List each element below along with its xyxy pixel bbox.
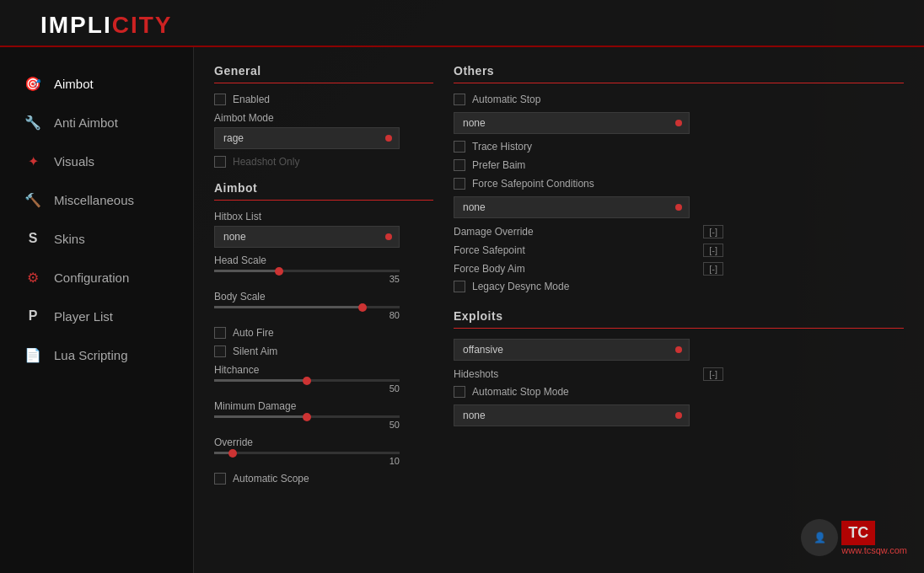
offensive-value: offansive — [463, 344, 503, 356]
header: IMPLICITY — [0, 0, 924, 47]
force-safepoint-conditions-row: Force Safepoint Conditions — [454, 178, 904, 190]
general-section: General Enabled Aimbot Mode rage — [214, 64, 433, 168]
sidebar-item-player-list[interactable]: P Player List — [0, 297, 193, 335]
trace-history-row: Trace History — [454, 141, 904, 153]
body-scale-fill — [214, 306, 363, 308]
lua-scripting-icon: 📄 — [24, 345, 42, 364]
sidebar-item-miscellaneous[interactable]: 🔨 Miscellaneous — [0, 180, 193, 219]
sidebar-item-aimbot[interactable]: 🎯 Aimbot — [0, 64, 193, 103]
enabled-row: Enabled — [214, 94, 433, 105]
force-safepoint-conditions-dropdown[interactable]: none — [454, 196, 690, 218]
auto-fire-label: Auto Fire — [233, 327, 274, 339]
hitbox-list-value: none — [223, 231, 246, 243]
body-scale-value: 80 — [214, 310, 400, 320]
automatic-scope-label: Automatic Scope — [233, 473, 309, 485]
auto-fire-checkbox[interactable] — [214, 327, 226, 339]
exploits-section: Exploits offansive Hideshots [-] — [454, 309, 904, 426]
force-safepoint-conditions-value: none — [463, 201, 486, 213]
override-track[interactable] — [214, 452, 400, 454]
misc-icon: 🔨 — [24, 190, 42, 209]
sidebar-label-skins: Skins — [54, 232, 85, 246]
force-safepoint-row: Force Safepoint [-] — [454, 244, 723, 257]
prefer-baim-label: Prefer Baim — [472, 159, 525, 171]
headshot-only-label: Headshot Only — [233, 156, 299, 168]
hitchance-thumb[interactable] — [303, 377, 311, 385]
sidebar-item-anti-aimbot[interactable]: 🔧 Anti Aimbot — [0, 103, 193, 142]
minimum-damage-thumb[interactable] — [303, 413, 311, 421]
left-column: General Enabled Aimbot Mode rage — [214, 64, 433, 556]
watermark-badge: TC — [841, 521, 875, 545]
hitbox-list-dropdown[interactable]: none — [214, 226, 400, 248]
automatic-scope-checkbox[interactable] — [214, 473, 226, 485]
headshot-only-checkbox[interactable] — [214, 156, 226, 168]
body-scale-track[interactable] — [214, 306, 400, 308]
legacy-desync-row: Legacy Desync Mode — [454, 281, 904, 292]
aimbot-mode-value: rage — [223, 132, 244, 144]
force-safepoint-conditions-checkbox[interactable] — [454, 178, 465, 190]
watermark: 👤 TC www.tcsqw.com — [801, 519, 907, 556]
sidebar-label-miscellaneous: Miscellaneous — [54, 193, 134, 207]
sidebar-label-configuration: Configuration — [54, 270, 129, 285]
offensive-dropdown-row: offansive — [454, 339, 904, 361]
override-label: Override — [214, 436, 433, 448]
aimbot-section-divider — [214, 200, 433, 201]
sidebar-item-skins[interactable]: S Skins — [0, 219, 193, 258]
override-thumb[interactable] — [228, 449, 237, 458]
body-scale-label: Body Scale — [214, 291, 433, 303]
damage-override-key[interactable]: [-] — [703, 225, 723, 238]
automatic-stop-mode-checkbox[interactable] — [454, 386, 465, 398]
sidebar-label-player-list: Player List — [54, 309, 113, 324]
head-scale-track[interactable] — [214, 270, 400, 272]
sidebar-item-configuration[interactable]: ⚙ Configuration — [0, 258, 193, 297]
others-divider — [454, 83, 904, 83]
legacy-desync-label: Legacy Desync Mode — [472, 281, 569, 292]
force-safepoint-key[interactable]: [-] — [703, 244, 723, 257]
override-row: Override 10 — [214, 436, 433, 466]
aimbot-section: Aimbot Hitbox List none Head Scale — [214, 181, 433, 485]
anti-aimbot-icon: 🔧 — [24, 113, 42, 131]
legacy-desync-checkbox[interactable] — [454, 281, 465, 292]
minimum-damage-track[interactable] — [214, 415, 400, 418]
enabled-label: Enabled — [233, 94, 270, 105]
hitchance-row: Hitchance 50 — [214, 364, 433, 394]
automatic-stop-mode-dropdown-row: none — [454, 404, 904, 426]
force-body-aim-row: Force Body Aim [-] — [454, 262, 723, 276]
hitbox-list-label: Hitbox List — [214, 211, 433, 222]
hitbox-list-row: Hitbox List none — [214, 211, 433, 248]
auto-fire-row: Auto Fire — [214, 327, 433, 339]
body-scale-thumb[interactable] — [358, 303, 367, 312]
sidebar-item-visuals[interactable]: ✦ Visuals — [0, 142, 193, 180]
others-title: Others — [454, 64, 904, 78]
silent-aim-checkbox[interactable] — [214, 345, 226, 357]
offensive-dropdown[interactable]: offansive — [454, 339, 690, 361]
force-safepoint-label: Force Safepoint — [454, 244, 525, 256]
hitchance-label: Hitchance — [214, 364, 433, 376]
trace-history-checkbox[interactable] — [454, 141, 465, 153]
damage-override-label: Damage Override — [454, 226, 534, 238]
right-column: Others Automatic Stop none — [454, 64, 904, 556]
automatic-stop-dropdown[interactable]: none — [454, 112, 690, 134]
automatic-stop-checkbox[interactable] — [454, 94, 465, 105]
others-section: Others Automatic Stop none — [454, 64, 904, 292]
automatic-stop-row: Automatic Stop — [454, 94, 904, 105]
player-list-icon: P — [24, 307, 42, 325]
prefer-baim-checkbox[interactable] — [454, 159, 465, 171]
head-scale-thumb[interactable] — [275, 267, 283, 276]
aimbot-mode-row: Aimbot Mode rage — [214, 112, 433, 149]
main-container: IMPLICITY 🎯 Aimbot 🔧 Anti Aimbot ✦ Visua… — [0, 0, 924, 573]
sidebar-label-visuals: Visuals — [54, 154, 94, 169]
general-divider — [214, 83, 433, 83]
head-scale-fill — [214, 270, 279, 272]
automatic-stop-value: none — [463, 117, 486, 129]
watermark-avatar: 👤 — [801, 519, 838, 556]
aimbot-mode-dropdown[interactable]: rage — [214, 127, 400, 149]
exploits-title: Exploits — [454, 309, 904, 323]
enabled-checkbox[interactable] — [214, 94, 226, 105]
hitchance-track[interactable] — [214, 379, 400, 382]
watermark-url: www.tcsqw.com — [841, 545, 907, 555]
minimum-damage-value: 50 — [214, 420, 400, 430]
automatic-stop-mode-dropdown[interactable]: none — [454, 404, 690, 426]
sidebar-item-lua-scripting[interactable]: 📄 Lua Scripting — [0, 335, 193, 374]
hideshots-key[interactable]: [-] — [703, 367, 723, 381]
force-body-aim-key[interactable]: [-] — [703, 262, 723, 276]
